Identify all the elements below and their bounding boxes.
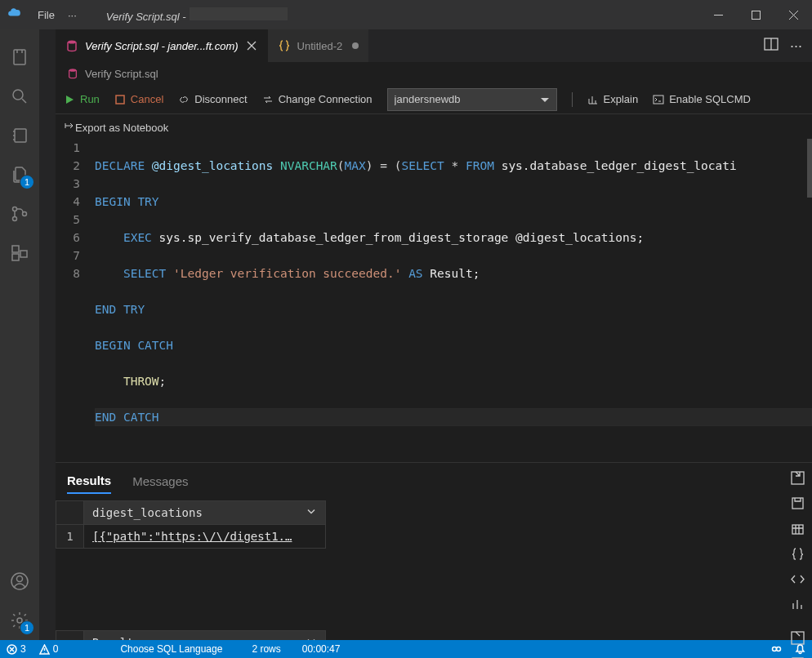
svg-point-5 [13, 217, 17, 221]
svg-point-26 [777, 647, 781, 651]
menu-more[interactable]: ··· [61, 0, 83, 29]
svg-rect-17 [654, 96, 663, 104]
enable-sqlcmd-button[interactable]: Enable SQLCMD [653, 93, 751, 105]
grid-corner[interactable] [56, 501, 84, 525]
menu-file[interactable]: File [31, 0, 61, 29]
svg-rect-20 [792, 525, 803, 534]
svg-point-6 [23, 212, 27, 216]
sidebar-collapsed[interactable] [39, 29, 56, 640]
svg-rect-8 [12, 254, 19, 260]
tab-untitled-2[interactable]: Untitled-2 [268, 29, 369, 62]
svg-point-15 [69, 69, 77, 72]
disconnect-button[interactable]: Disconnect [178, 93, 247, 105]
save-csv-icon[interactable] [791, 496, 805, 514]
activity-notebooks[interactable] [0, 116, 39, 155]
editor-tabs: Verify Script.sql - jander...ft.com) Unt… [56, 29, 812, 62]
row-number[interactable]: 1 [56, 525, 84, 549]
dirty-indicator [352, 42, 359, 49]
activity-connections[interactable] [0, 38, 39, 77]
tab-messages[interactable]: Messages [132, 469, 188, 493]
column-header[interactable]: digest_locations [84, 501, 326, 525]
svg-rect-16 [116, 96, 124, 104]
database-icon [67, 68, 78, 79]
results-tabs: Results Messages [56, 463, 783, 499]
status-rows: 2 rows [245, 640, 287, 658]
run-button[interactable]: Run [64, 93, 100, 105]
app-icon [7, 7, 21, 22]
result-grid-2: Result 1Ledger verification succeede… [56, 630, 783, 640]
title-bar: File ··· Verify Script.sql - [0, 0, 812, 29]
activity-search[interactable] [0, 77, 39, 116]
grid-corner[interactable] [56, 631, 84, 641]
activity-settings[interactable]: 1 [0, 601, 39, 640]
split-editor-icon[interactable] [764, 37, 779, 55]
status-bar: 3 0 Choose SQL Language 2 rows 00:00:47 [0, 640, 812, 658]
tab-label: Untitled-2 [297, 40, 343, 52]
tab-results[interactable]: Results [67, 469, 111, 494]
explain-button[interactable]: Explain [587, 93, 639, 105]
chevron-down-icon[interactable] [306, 506, 317, 520]
line-gutter: 12345678 [56, 139, 95, 462]
svg-point-13 [68, 41, 76, 44]
chart-icon[interactable] [791, 598, 805, 615]
svg-point-4 [13, 207, 17, 211]
status-bell-icon[interactable] [788, 640, 812, 658]
svg-point-2 [13, 90, 23, 100]
svg-rect-0 [752, 11, 760, 19]
column-header[interactable]: Result [84, 631, 326, 641]
status-language[interactable]: Choose SQL Language [114, 640, 229, 658]
save-excel-icon[interactable] [791, 522, 805, 539]
explorer-badge: 1 [20, 175, 34, 189]
save-json-icon[interactable] [791, 547, 805, 564]
database-select[interactable]: jandersnewdb [387, 88, 557, 111]
more-actions-icon[interactable]: ··· [790, 38, 802, 55]
minimize-button[interactable] [699, 0, 737, 29]
chevron-down-icon[interactable] [306, 636, 317, 641]
results-panel: Results Messages digest_locations 1[{"pa… [56, 462, 812, 640]
cancel-button[interactable]: Cancel [114, 93, 163, 105]
svg-rect-3 [15, 129, 26, 142]
results-toolbar [783, 463, 812, 640]
activity-explorer[interactable]: 1 [0, 155, 39, 194]
settings-badge: 1 [20, 620, 34, 635]
status-time: 00:00:47 [296, 640, 347, 658]
minimap-overview[interactable] [807, 139, 812, 198]
tab-label: Verify Script.sql - jander...ft.com) [85, 40, 239, 52]
status-feedback-icon[interactable] [765, 640, 788, 658]
tab-close-icon[interactable] [245, 39, 258, 52]
svg-rect-1 [14, 50, 25, 64]
database-icon [65, 39, 78, 52]
braces-icon [278, 39, 291, 52]
svg-rect-19 [792, 498, 803, 509]
maximize-grid-icon[interactable] [791, 471, 805, 488]
status-errors[interactable]: 3 [0, 640, 33, 658]
tab-verify-script[interactable]: Verify Script.sql - jander...ft.com) [56, 29, 268, 62]
close-button[interactable] [774, 0, 812, 29]
breadcrumb[interactable]: Verify Script.sql [56, 62, 812, 85]
svg-rect-7 [12, 246, 19, 252]
window-title: Verify Script.sql - [106, 7, 288, 23]
code-editor[interactable]: 12345678 DECLARE @digest_locations NVARC… [56, 139, 812, 462]
status-warnings[interactable]: 0 [33, 640, 65, 658]
activity-account[interactable] [0, 562, 39, 601]
grid-cell[interactable]: [{"path":"https:\/\/digest1.… [84, 525, 326, 549]
maximize-button[interactable] [737, 0, 774, 29]
code-lines[interactable]: DECLARE @digest_locations NVARCHAR(MAX) … [95, 139, 812, 462]
query-toolbar: Run Cancel Disconnect Change Connection … [56, 85, 812, 114]
activity-scm[interactable] [0, 194, 39, 233]
query-toolbar-row2: Export as Notebook [56, 114, 812, 139]
breadcrumb-file: Verify Script.sql [85, 68, 158, 80]
redacted-text [190, 7, 288, 20]
activity-bar: 1 1 [0, 29, 39, 640]
export-notebook-button[interactable]: Export as Notebook [64, 120, 168, 134]
save-xml-icon[interactable] [791, 572, 805, 589]
activity-extensions[interactable] [0, 233, 39, 273]
svg-rect-9 [20, 251, 27, 257]
result-grid-1: digest_locations 1[{"path":"https:\/\/di… [56, 500, 783, 549]
change-connection-button[interactable]: Change Connection [262, 93, 373, 105]
svg-point-11 [17, 576, 23, 582]
